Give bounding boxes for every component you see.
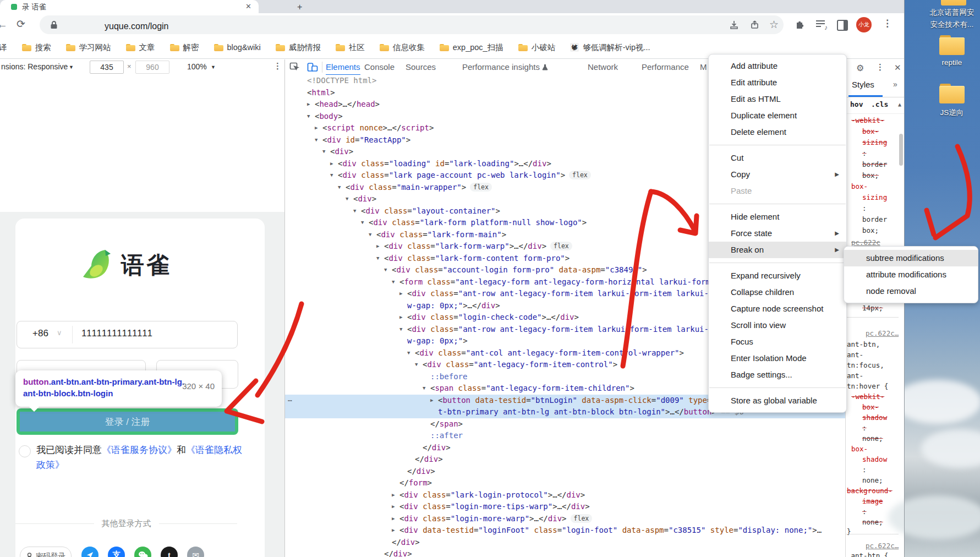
- folder-label[interactable]: reptile: [919, 58, 980, 67]
- mail-icon[interactable]: ✉: [187, 547, 204, 557]
- collapsed-arrow-icon[interactable]: ▶: [330, 158, 337, 170]
- chevron-down-icon[interactable]: ∨: [57, 329, 62, 337]
- download-icon[interactable]: [729, 20, 739, 30]
- bookmark-item[interactable]: 译: [0, 42, 7, 53]
- dom-tree-node[interactable]: </div>: [285, 548, 845, 557]
- collapsed-arrow-icon[interactable]: ▶: [392, 489, 398, 501]
- devtools-tab-performance-insights[interactable]: Performance insights: [462, 59, 548, 74]
- collapsed-arrow-icon[interactable]: ▶: [399, 312, 406, 324]
- folder-label[interactable]: JS逆向: [919, 108, 980, 118]
- collapsed-arrow-icon[interactable]: ▶: [307, 99, 314, 111]
- bookmark-item[interactable]: exp_poc_扫描: [440, 42, 503, 53]
- dom-tree-node[interactable]: ▶<div class="login-more-warp">…</div>fle…: [285, 513, 845, 525]
- stylesheet-source-link[interactable]: pc.622c…: [866, 542, 899, 550]
- bookmark-item[interactable]: 小破站: [518, 42, 556, 53]
- dom-tree-node[interactable]: </form>: [285, 477, 845, 489]
- bookmark-item[interactable]: 文章: [126, 42, 155, 53]
- tab-close-icon[interactable]: ✕: [245, 2, 251, 10]
- bookmark-item[interactable]: 社区: [336, 42, 365, 53]
- back-icon[interactable]: ←: [0, 18, 8, 31]
- expanded-arrow-icon[interactable]: ▼: [315, 134, 321, 146]
- dom-tree-node[interactable]: </span>: [285, 418, 845, 430]
- device-toggle-icon[interactable]: [307, 62, 318, 72]
- menu-item-hide-element[interactable]: Hide element: [709, 209, 846, 225]
- menu-item-paste[interactable]: Paste: [709, 183, 846, 199]
- phone-number-value[interactable]: 11111111111111: [81, 328, 153, 339]
- collapsed-arrow-icon[interactable]: ▶: [376, 241, 383, 253]
- tumblr-icon[interactable]: t: [161, 547, 178, 557]
- bookmark-item[interactable]: 威胁情报: [276, 42, 321, 53]
- menu-item-expand-recursively[interactable]: Expand recursively: [709, 267, 846, 284]
- device-toolbar-kebab-icon[interactable]: ⋮: [273, 61, 282, 71]
- bookmark-item[interactable]: 学习网站: [66, 42, 111, 53]
- desktop-item-label[interactable]: 北京诺普网安: [919, 8, 980, 18]
- agreement-link[interactable]: 《语雀服务协议》: [102, 445, 177, 455]
- flex-badge[interactable]: flex: [569, 171, 591, 179]
- bookmark-item[interactable]: 搜索: [22, 42, 51, 53]
- collapsed-arrow-icon[interactable]: ▶: [392, 525, 398, 537]
- bookmark-item[interactable]: 够够低调解析-vip视...: [570, 42, 650, 53]
- bookmark-item[interactable]: 解密: [170, 42, 199, 53]
- flex-badge[interactable]: flex: [470, 183, 492, 192]
- dom-tree-node[interactable]: </div>: [285, 537, 845, 549]
- devtools-tab-elements[interactable]: Elements: [326, 59, 360, 76]
- expanded-arrow-icon[interactable]: ▼: [407, 347, 414, 359]
- desktop-item-label[interactable]: 安全技术有...: [919, 20, 980, 30]
- collapsed-arrow-icon[interactable]: ▶: [430, 395, 437, 407]
- browser-menu-kebab-icon[interactable]: ⋮: [883, 18, 892, 29]
- menu-item-collapse-children[interactable]: Collapse children: [709, 284, 846, 301]
- wechat-icon[interactable]: [134, 547, 151, 557]
- menu-item-add-attribute[interactable]: Add attribute: [709, 58, 846, 74]
- bookmark-item[interactable]: blog&wiki: [214, 43, 261, 52]
- devtools-tab-sources[interactable]: Sources: [406, 59, 436, 74]
- dom-tree-node[interactable]: </div>: [285, 466, 845, 478]
- menu-item-focus[interactable]: Focus: [709, 334, 846, 350]
- expanded-arrow-icon[interactable]: ▼: [322, 146, 329, 158]
- menu-item-cut[interactable]: Cut: [709, 150, 846, 166]
- menu-item-attribute-modifications[interactable]: attribute modifications: [844, 266, 978, 283]
- reload-icon[interactable]: ⟳: [17, 18, 25, 30]
- url-text[interactable]: yuque.com/login: [105, 21, 169, 31]
- profile-avatar[interactable]: 小龙: [856, 17, 872, 32]
- inspect-element-icon[interactable]: [289, 62, 300, 72]
- dom-tree-node[interactable]: </div>: [285, 442, 845, 454]
- menu-item-break-on[interactable]: Break on▶: [709, 242, 846, 258]
- expanded-arrow-icon[interactable]: ▼: [361, 217, 368, 229]
- devtools-tab-console[interactable]: Console: [364, 59, 395, 74]
- stylesheet-source-link[interactable]: pc.622c: [851, 238, 880, 247]
- dom-tree-node[interactable]: ▶<div data-testid="loginFoot" class="log…: [285, 525, 845, 537]
- zoom-select[interactable]: 100%: [187, 62, 207, 71]
- browser-tab[interactable]: 录 语雀 ✕: [0, 0, 259, 13]
- agreement-checkbox[interactable]: [19, 445, 31, 457]
- menu-item-badge-settings-[interactable]: Badge settings...: [709, 367, 846, 383]
- dimensions-label[interactable]: nsions: Responsive: [1, 62, 68, 71]
- expanded-arrow-icon[interactable]: ▼: [307, 111, 314, 123]
- phone-input[interactable]: +86 ∨ 11111111111111: [17, 321, 238, 348]
- folder-icon-js-reverse[interactable]: [939, 84, 965, 103]
- collapsed-arrow-icon[interactable]: ▶: [392, 513, 398, 525]
- dom-tree-node[interactable]: ▶<div class="lark-login-protocol">…</div…: [285, 489, 845, 501]
- node-menu-dots-icon[interactable]: ⋯: [288, 395, 293, 407]
- menu-item-store-as-global-variable[interactable]: Store as global variable: [709, 392, 846, 409]
- menu-item-scroll-into-view[interactable]: Scroll into view: [709, 317, 846, 334]
- collapsed-arrow-icon[interactable]: ▶: [392, 501, 398, 513]
- devtools-tab-performance[interactable]: Performance: [642, 59, 689, 74]
- stylesheet-source-link[interactable]: pc.622c…: [866, 329, 899, 337]
- expanded-arrow-icon[interactable]: ▼: [346, 193, 352, 205]
- menu-item-delete-element[interactable]: Delete element: [709, 124, 846, 140]
- dom-tree-node[interactable]: ▶<div class="login-more-tips-warp">…</di…: [285, 501, 845, 513]
- dom-tree-node[interactable]: ::after: [285, 430, 845, 442]
- expanded-arrow-icon[interactable]: ▼: [392, 276, 398, 288]
- devtools-tab-m[interactable]: M: [700, 59, 707, 74]
- expanded-arrow-icon[interactable]: ▼: [415, 359, 421, 371]
- menu-item-subtree-modifications[interactable]: subtree modifications: [844, 250, 978, 266]
- dimensions-dropdown-icon[interactable]: ▼: [69, 64, 74, 70]
- phone-prefix-select[interactable]: +86: [32, 328, 48, 339]
- expanded-arrow-icon[interactable]: ▼: [353, 205, 360, 217]
- menu-item-edit-as-html[interactable]: Edit as HTML: [709, 91, 846, 107]
- menu-item-capture-node-screenshot[interactable]: Capture node screenshot: [709, 301, 846, 317]
- menu-item-copy[interactable]: Copy▶: [709, 166, 846, 183]
- alipay-icon[interactable]: 支: [108, 547, 125, 557]
- expanded-arrow-icon[interactable]: ▼: [338, 182, 344, 194]
- devtools-tab-network[interactable]: Network: [588, 59, 618, 74]
